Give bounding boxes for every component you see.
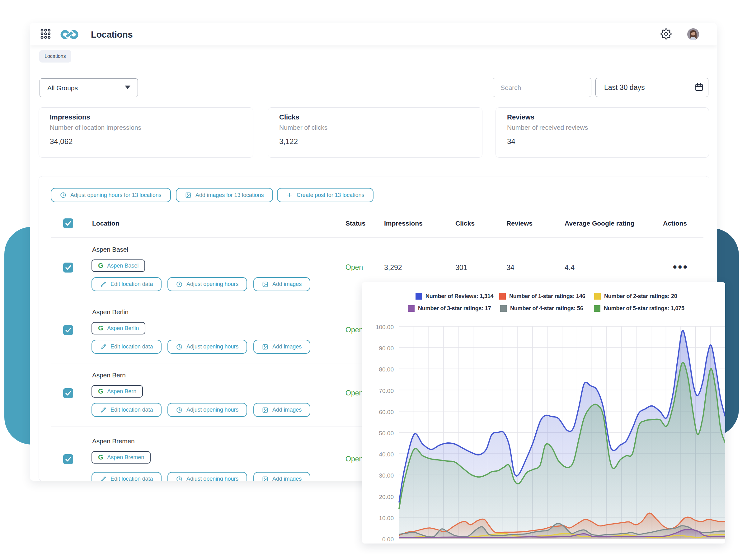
svg-text:30.00: 30.00 — [379, 472, 394, 479]
svg-text:20.00: 20.00 — [379, 494, 394, 500]
svg-text:10.00: 10.00 — [379, 515, 394, 522]
svg-text:40.00: 40.00 — [379, 451, 394, 458]
svg-text:80.00: 80.00 — [379, 366, 394, 373]
svg-text:90.00: 90.00 — [379, 345, 394, 351]
svg-text:50.00: 50.00 — [379, 430, 394, 436]
svg-text:70.00: 70.00 — [379, 388, 394, 394]
svg-text:0.00: 0.00 — [382, 536, 394, 542]
svg-text:60.00: 60.00 — [379, 409, 394, 415]
svg-text:100.00: 100.00 — [376, 324, 394, 330]
